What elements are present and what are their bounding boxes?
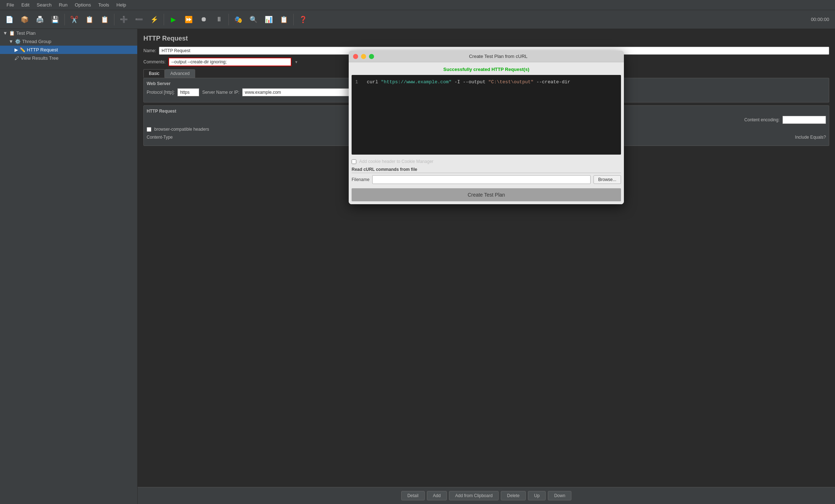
code-url: "https://www.example.com" [381, 79, 452, 85]
code-flags: -I --output [454, 79, 486, 85]
filename-label: Filename [352, 177, 369, 182]
code-line-1: 1 curl "https://www.example.com" -I --ou… [355, 79, 617, 86]
viewresults-icon: 🖊 [14, 55, 19, 61]
browse-button[interactable]: Browse... [593, 175, 621, 184]
filename-row: Filename Browse... [352, 175, 621, 184]
copy-button[interactable]: 📋 [82, 12, 97, 27]
read-curl-section-title: Read cURL commands from file [352, 167, 621, 173]
menu-run[interactable]: Run [55, 1, 71, 8]
sidebar-label-httprequest: HTTP Request [27, 47, 58, 52]
sidebar-label-viewresults: View Results Tree [21, 55, 59, 61]
tree-arrow-icon: ▼ [9, 39, 13, 44]
report-button[interactable]: 📊 [261, 12, 276, 27]
code-editor[interactable]: 1 curl "https://www.example.com" -I --ou… [352, 75, 621, 155]
tree-arrow-icon: ▶ [14, 47, 18, 52]
dialog-body: Successfully created HTTP Request(s) 1 c… [349, 62, 624, 204]
success-message: Successfully created HTTP Request(s) [352, 65, 621, 75]
menu-options[interactable]: Options [71, 1, 95, 8]
open-button[interactable]: 📦 [17, 12, 32, 27]
code-content: curl "https://www.example.com" -I --outp… [367, 79, 570, 86]
save-button[interactable]: 💾 [48, 12, 62, 27]
main-layout: ▼ 📋 Test Plan ▼ ⚙️ Thread Group ▶ ✏️ HTT… [0, 29, 835, 504]
threadgroup-icon: ⚙️ [15, 39, 21, 44]
sidebar-item-httprequest[interactable]: ▶ ✏️ HTTP Request [0, 46, 137, 54]
httprequest-icon: ✏️ [20, 47, 25, 52]
curl-keyword: curl [367, 79, 378, 85]
sidebar: ▼ 📋 Test Plan ▼ ⚙️ Thread Group ▶ ✏️ HTT… [0, 29, 138, 504]
dialog-titlebar: Create Test Plan from cURL [349, 51, 624, 62]
cookie-label: Add cookie header to Cookie Manager [359, 159, 433, 164]
separator-4 [228, 14, 229, 25]
line-number: 1 [355, 79, 362, 86]
dialog-maximize-button[interactable] [369, 54, 374, 59]
sidebar-item-viewresults[interactable]: 🖊 View Results Tree [0, 54, 137, 62]
code-output-path: "C:\test\output" [488, 79, 534, 85]
sidebar-label-testplan: Test Plan [16, 30, 35, 36]
dialog-title: Create Test Plan from cURL [377, 54, 620, 59]
sidebar-item-testplan[interactable]: ▼ 📋 Test Plan [0, 29, 137, 37]
monitor-button[interactable]: 🎭 [231, 12, 246, 27]
toolbar: 📄 📦 🖨️ 💾 ✂️ 📋 📋 ➕ ➖ ⚡ ▶ ⏩ ⏺ ⏸ 🎭 🔍 📊 📋 ❓ … [0, 10, 835, 29]
timer-display: 00:00:00 [811, 17, 833, 22]
tree-arrow-icon: ▼ [3, 30, 8, 36]
separator-5 [293, 14, 294, 25]
clear-button[interactable]: 🔍 [246, 12, 261, 27]
shutdown-button[interactable]: ⏸ [212, 12, 226, 27]
cut-button[interactable]: ✂️ [67, 12, 81, 27]
testplan-icon: 📋 [9, 30, 15, 36]
help-button[interactable]: ❓ [296, 12, 310, 27]
separator-3 [164, 14, 164, 25]
sidebar-item-threadgroup[interactable]: ▼ ⚙️ Thread Group [0, 37, 137, 46]
expand-button[interactable]: ➕ [117, 12, 131, 27]
cookie-option-row: Add cookie header to Cookie Manager [352, 158, 621, 165]
print-button[interactable]: 🖨️ [33, 12, 47, 27]
menu-tools[interactable]: Tools [95, 1, 113, 8]
sidebar-label-threadgroup: Thread Group [22, 39, 51, 44]
menu-help[interactable]: Help [113, 1, 130, 8]
stop-button[interactable]: ⏺ [197, 12, 211, 27]
create-test-plan-dialog: Create Test Plan from cURL Successfully … [349, 51, 624, 204]
dialog-overlay: Create Test Plan from cURL Successfully … [138, 29, 835, 504]
collapse-button[interactable]: ➖ [132, 12, 146, 27]
menu-search[interactable]: Search [33, 1, 55, 8]
separator-2 [114, 14, 114, 25]
start-no-pause-button[interactable]: ⏩ [181, 12, 196, 27]
toggle-button[interactable]: ⚡ [147, 12, 161, 27]
create-plan-button[interactable]: Create Test Plan [352, 188, 621, 201]
menubar: File Edit Search Run Options Tools Help [0, 0, 835, 10]
filename-input[interactable] [372, 175, 591, 184]
menu-file[interactable]: File [3, 1, 18, 8]
cookie-checkbox[interactable] [352, 159, 356, 164]
list-button[interactable]: 📋 [277, 12, 291, 27]
dialog-close-button[interactable] [353, 54, 358, 59]
menu-edit[interactable]: Edit [18, 1, 33, 8]
separator-1 [64, 14, 65, 25]
code-create-dir: --create-dir [536, 79, 570, 85]
dialog-minimize-button[interactable] [361, 54, 366, 59]
run-button[interactable]: ▶ [166, 12, 181, 27]
new-button[interactable]: 📄 [2, 12, 17, 27]
paste-button[interactable]: 📋 [97, 12, 112, 27]
